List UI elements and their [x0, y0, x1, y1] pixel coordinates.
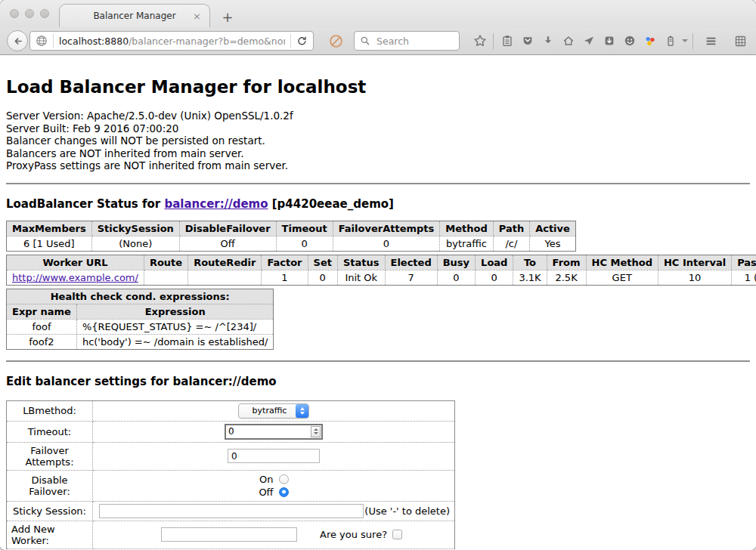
cell: foof [7, 319, 77, 334]
cell: 1 (0) [732, 270, 756, 285]
balancer-demo-link[interactable]: balancer://demo [164, 197, 268, 211]
tab-title: Balancer Manager [93, 11, 175, 21]
cell: (None) [91, 236, 179, 251]
section-divider [6, 183, 750, 184]
are-you-sure-checkbox[interactable] [392, 530, 402, 539]
section-divider [6, 360, 750, 362]
search-icon [360, 36, 370, 46]
lbmethod-select[interactable]: bytraffic [238, 403, 310, 419]
search-input[interactable] [375, 35, 454, 48]
timeout-field [225, 424, 323, 440]
col-header: StickySession [91, 221, 179, 236]
form-row-lbmethod: LBmethod: bytraffic [7, 400, 455, 421]
server-built-line: Server Built: Feb 9 2016 07:00:20 [6, 122, 750, 135]
cell: 0 [476, 270, 513, 285]
search-bar[interactable] [354, 31, 460, 51]
smiley-icon[interactable] [619, 31, 640, 51]
cell: 0 [333, 236, 440, 251]
failover-attempts-input[interactable] [228, 449, 320, 463]
clipboard-icon[interactable] [497, 31, 517, 51]
col-header: MaxMembers [7, 221, 92, 236]
battery-icon[interactable] [660, 31, 680, 51]
radio-on-label: On [259, 474, 273, 485]
lbmethod-selected-value: bytraffic [239, 404, 296, 418]
send-icon[interactable] [578, 31, 599, 51]
col-header: Active [530, 221, 576, 236]
browser-window: Balancer Manager × + localhost:8880/bala… [0, 0, 756, 550]
col-header: Worker URL [7, 255, 144, 270]
menu-icon[interactable] [701, 31, 721, 51]
lbmethod-label: LBmethod: [7, 400, 93, 421]
zoom-window-button[interactable] [40, 9, 49, 18]
cell: foof2 [7, 334, 77, 349]
content-blocked-icon[interactable] [329, 34, 343, 48]
cell: 3.1K [513, 270, 547, 285]
url-text[interactable]: localhost:8880/balancer-manager?b=demo&n… [59, 36, 285, 47]
col-header: RouteRedir [188, 255, 262, 270]
home-icon[interactable] [558, 31, 578, 51]
cell: Off [179, 236, 276, 251]
urlbar-divider [290, 34, 291, 48]
worker-url-cell: http://www.example.com/ [7, 270, 144, 285]
timeout-input[interactable] [226, 426, 311, 437]
table-row: foof2 hc('body') =~ /domain is establish… [7, 334, 274, 349]
navigation-toolbar: localhost:8880/balancer-manager?b=demo&n… [0, 27, 756, 55]
globe-icon[interactable] [36, 35, 48, 47]
bookmark-star-icon[interactable] [469, 31, 490, 51]
minimize-window-button[interactable] [25, 9, 34, 18]
pocket-icon[interactable] [517, 31, 538, 51]
health-check-table: Health check cond. expressions: Expr nam… [6, 289, 274, 350]
sticky-session-input[interactable] [99, 504, 364, 518]
url-bar[interactable]: localhost:8880/balancer-manager?b=demo&n… [29, 31, 314, 51]
col-header: Passes [732, 255, 756, 270]
back-button[interactable] [7, 30, 28, 51]
back-icon [12, 36, 23, 47]
disable-failover-radio-group: On Off [259, 473, 288, 499]
grid-extension-icon[interactable] [730, 31, 751, 51]
cell: 0 [276, 236, 333, 251]
radio-off[interactable] [279, 487, 289, 497]
table-header-row: Expr name Expression [7, 304, 274, 319]
toolbar-separator [493, 33, 494, 49]
download-icon[interactable] [538, 31, 558, 51]
cell: 7 [385, 270, 437, 285]
col-header: Expression [76, 304, 274, 319]
cell: 6 [1 Used] [7, 236, 92, 251]
cell: hc('body') =~ /domain is established/ [76, 334, 274, 349]
col-header: Status [337, 255, 385, 270]
radio-off-label: Off [259, 487, 273, 498]
col-header: FailoverAttempts [333, 221, 440, 236]
col-header: Elected [385, 255, 437, 270]
number-stepper-icon[interactable] [311, 426, 321, 437]
col-header: Factor [262, 255, 308, 270]
form-row-submit: Submit [7, 548, 455, 549]
color-dots-icon[interactable] [640, 31, 660, 51]
browser-tab[interactable]: Balancer Manager × [59, 4, 210, 27]
persist-warning-line: Balancer changes will NOT be persisted o… [6, 134, 750, 147]
save-to-device-icon[interactable] [599, 31, 619, 51]
worker-url-link[interactable]: http://www.example.com/ [12, 272, 138, 283]
table-header-row: MaxMembers StickySession DisableFailover… [7, 221, 576, 236]
page-content: Load Balancer Manager for localhost Serv… [0, 55, 756, 549]
table-row: http://www.example.com/ 1 0 Init Ok 7 0 … [7, 270, 756, 285]
new-tab-button[interactable]: + [216, 6, 239, 27]
col-header: Load [476, 255, 513, 270]
cell: Init Ok [337, 270, 385, 285]
form-row-add-worker: Add New Worker: Are you sure? [7, 521, 455, 548]
table-title-row: Health check cond. expressions: [7, 289, 274, 304]
radio-on[interactable] [279, 474, 289, 484]
reload-button[interactable] [296, 36, 308, 47]
worker-status-table: Worker URL Route RouteRedir Factor Set S… [6, 255, 756, 286]
tab-close-icon[interactable]: × [193, 11, 201, 21]
table-row: foof %{REQUEST_STATUS} =~ /^[234]/ [7, 319, 274, 334]
url-host: localhost:8880 [59, 36, 129, 47]
tab-strip: Balancer Manager × + [0, 0, 756, 27]
close-window-button[interactable] [10, 9, 19, 18]
form-row-sticky-session: Sticky Session: (Use '-' to delete) [7, 501, 455, 521]
timeout-label: Timeout: [7, 421, 93, 442]
url-path: /balancer-manager?b=demo&nonce=decc37be-… [129, 36, 285, 47]
table-row: 6 [1 Used] (None) Off 0 0 bytraffic /c/ … [7, 236, 576, 251]
add-worker-input[interactable] [161, 527, 297, 542]
col-header: From [547, 255, 586, 270]
dropdown-caret-icon[interactable] [682, 39, 688, 42]
